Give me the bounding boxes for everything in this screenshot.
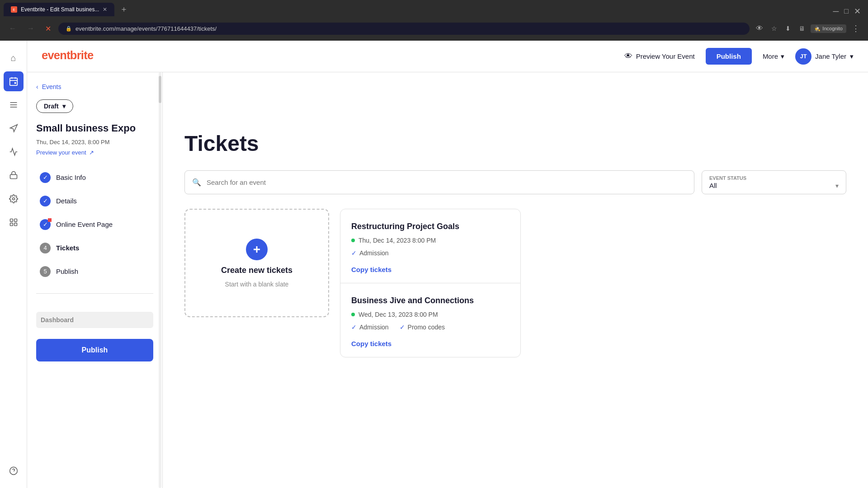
eye-icon: 👁 [624,52,632,61]
user-chevron-icon: ▾ [850,52,854,61]
preview-event-btn[interactable]: 👁 Preview Your Event [624,52,695,61]
sidebar-icon-home[interactable]: ⌂ [4,48,24,68]
external-link-icon: ↗ [89,149,94,156]
tab-label: Eventbrite - Edit Small busines... [21,6,99,13]
content-sidebar: ‹ Events Draft ▾ Small business Expo Thu… [27,72,163,488]
back-btn[interactable]: ← [5,23,20,34]
menu-btn[interactable]: ⋮ [849,22,863,35]
svg-point-9 [12,198,14,200]
nav-item-basic-info[interactable]: ✓ Basic Info [36,167,153,188]
search-input[interactable] [207,178,687,186]
reload-btn[interactable]: ✕ [42,23,55,35]
sidebar-icon-finance[interactable] [4,165,24,185]
copy-tickets-restructuring-btn[interactable]: Copy tickets [351,266,392,273]
draft-chevron-icon: ▾ [62,103,66,110]
search-filter-row: 🔍 Event status All ▾ [184,170,846,194]
close-btn[interactable]: ✕ [854,6,861,16]
event-status-value: All [709,182,717,189]
new-tab-btn[interactable]: ＋ [115,2,132,16]
copy-event-business-jive: Business Jive and Connections Wed, Dec 1… [340,283,520,357]
sidebar-icon-help[interactable] [4,461,24,481]
sidebar-icon-analytics[interactable] [4,142,24,162]
check-icon-basic-info: ✓ [40,172,51,183]
svg-rect-12 [10,223,13,226]
tab-close-btn[interactable]: ✕ [103,6,107,13]
copy-event-restructuring: Restructuring Project Goals Thu, Dec 14,… [340,209,520,283]
icon-sidebar: ⌂ [0,41,27,488]
check-icon-online-event: ✓ [40,219,51,230]
svg-rect-8 [10,174,17,178]
user-menu-btn[interactable]: JT Jane Tyler ▾ [795,48,854,65]
back-to-events-btn[interactable]: ‹ Events [36,83,153,90]
copy-event-jive-title: Business Jive and Connections [351,296,509,305]
nav-item-tickets[interactable]: 4 Tickets [36,237,153,259]
copy-event-jive-date: Wed, Dec 13, 2023 8:00 PM [359,311,438,318]
sidebar-icon-settings[interactable] [4,189,24,209]
create-new-tickets-card[interactable]: ↖ Create new tickets Start with a blank … [184,209,329,317]
maximize-btn[interactable]: □ [844,7,849,15]
copy-event-restructuring-title: Restructuring Project Goals [351,222,509,231]
create-tickets-title: Create new tickets [221,266,292,275]
preview-event-link[interactable]: Preview your event ↗ [36,149,153,156]
address-bar[interactable]: 🔒 eventbrite.com/manage/events/776711644… [58,23,750,35]
copy-event-jive-features: ✓ Admission ✓ Promo codes [351,324,509,331]
nav-items: ✓ Basic Info ✓ Details ✓ Online Event Pa… [36,167,153,282]
sidebar-icon-apps[interactable] [4,212,24,232]
app-logo[interactable]: eventbrite [42,47,114,66]
svg-rect-4 [14,82,16,84]
event-active-dot [351,239,355,242]
chevron-down-icon: ▾ [781,52,784,61]
tab-favicon: E [11,6,17,13]
num-icon-publish: 5 [40,266,51,277]
extensions-icon[interactable]: 👁 [753,23,766,34]
copy-event-restructuring-features: ✓ Admission [351,249,509,257]
profile-icon[interactable]: 🖥 [796,23,808,34]
star-icon[interactable]: ☆ [769,23,780,34]
nav-item-online-event-page[interactable]: ✓ Online Event Page [36,214,153,235]
incognito-badge: 🕵 Incognito [811,24,846,33]
sidebar-icon-marketing[interactable] [4,118,24,138]
nav-item-publish[interactable]: 5 Publish [36,261,153,282]
feature-check-icon-2: ✓ [351,324,357,331]
back-chevron-icon: ‹ [36,83,38,90]
event-status-dropdown[interactable]: Event status All ▾ [702,170,846,194]
lock-icon: 🔒 [66,26,72,32]
download-icon[interactable]: ⬇ [783,23,793,34]
more-btn[interactable]: More ▾ [763,52,784,61]
create-tickets-subtitle: Start with a blank slate [225,281,289,288]
event-date: Thu, Dec 14, 2023, 8:00 PM [36,139,153,145]
sidebar-icon-orders[interactable] [4,95,24,115]
minimize-btn[interactable]: ─ [833,7,839,16]
cursor-icon: ↖ [264,254,270,263]
copy-tickets-jive-btn[interactable]: Copy tickets [351,340,392,347]
status-dropdown-arrow: ▾ [835,182,839,189]
feature-promo-codes: Promo codes [408,324,445,331]
url-text: eventbrite.com/manage/events/77671164443… [75,25,217,32]
draft-status-btn[interactable]: Draft ▾ [36,99,73,113]
publish-btn[interactable]: Publish [706,48,752,65]
user-avatar: JT [795,48,811,65]
search-box[interactable]: 🔍 [184,170,694,194]
event-status-label: Event status [709,175,839,181]
tickets-grid: ↖ Create new tickets Start with a blank … [184,209,846,357]
svg-text:eventbrite: eventbrite [42,49,94,61]
sidebar-icon-calendar[interactable] [4,71,24,91]
sidebar-bottom-publish-btn[interactable]: Publish [36,339,153,361]
search-icon: 🔍 [192,178,201,187]
event-title: Small business Expo [36,122,153,135]
page-title: Tickets [184,131,846,156]
check-icon-details: ✓ [40,196,51,206]
sidebar-publish-btn[interactable]: Dashboard [36,312,153,328]
feature-check-icon-3: ✓ [400,324,405,331]
svg-rect-11 [14,219,17,222]
feature-admission: Admission [359,249,389,257]
copy-event-restructuring-date: Thu, Dec 14, 2023 8:00 PM [359,237,436,244]
svg-rect-13 [14,223,17,226]
main-content: Tickets 🔍 Event status All ▾ [163,113,868,488]
incognito-icon: 🕵 [814,26,821,32]
nav-item-details[interactable]: ✓ Details [36,190,153,212]
create-plus-icon: ↖ [246,239,268,260]
top-nav-actions: 👁 Preview Your Event Publish More ▾ JT J… [624,48,854,65]
forward-btn[interactable]: → [24,23,38,34]
active-tab[interactable]: E Eventbrite - Edit Small busines... ✕ [4,3,114,16]
